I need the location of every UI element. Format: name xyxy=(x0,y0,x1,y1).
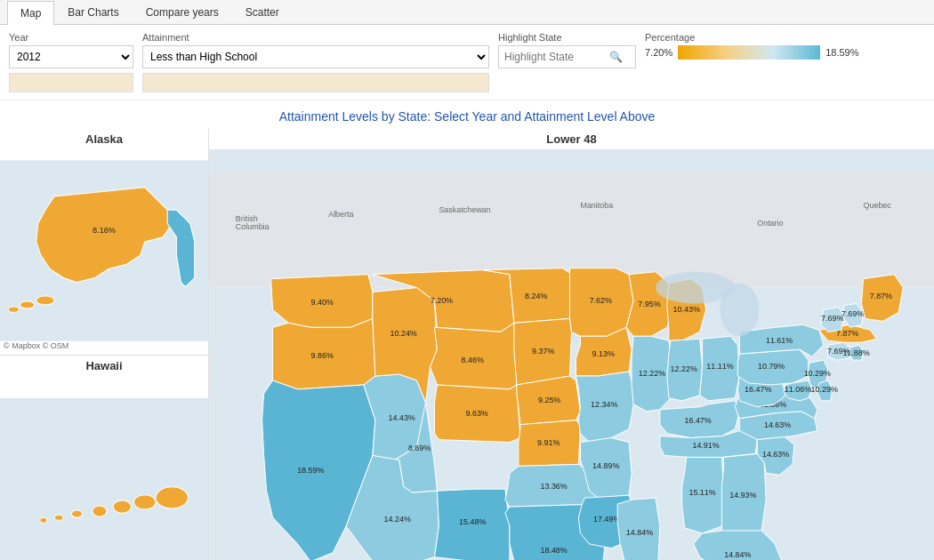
svg-text:9.37%: 9.37% xyxy=(532,347,554,356)
svg-text:7.20%: 7.20% xyxy=(431,297,453,306)
svg-text:14.84%: 14.84% xyxy=(724,550,751,559)
svg-text:7.87%: 7.87% xyxy=(870,292,892,300)
year-select[interactable]: 2012 2011 2010 xyxy=(9,45,133,68)
attainment-select[interactable]: Less than High School High School Some C… xyxy=(142,45,489,68)
svg-text:12.22%: 12.22% xyxy=(639,369,665,378)
svg-text:10.29%: 10.29% xyxy=(804,369,831,378)
percentage-bar-wrap: 7.20% 18.59% xyxy=(645,45,859,60)
alaska-map: 8.16% xyxy=(0,149,208,352)
gradient-bar xyxy=(678,45,820,60)
svg-text:10.29%: 10.29% xyxy=(811,385,838,394)
svg-text:7.95%: 7.95% xyxy=(638,300,660,308)
tab-compare-years[interactable]: Compare years xyxy=(133,0,232,24)
svg-text:7.69%: 7.69% xyxy=(821,314,843,323)
svg-point-2 xyxy=(20,301,34,308)
svg-text:10.43%: 10.43% xyxy=(673,305,700,314)
svg-point-1 xyxy=(36,296,54,305)
controls-bar: Year 2012 2011 2010 Attainment Less than… xyxy=(0,25,934,100)
svg-text:9.40%: 9.40% xyxy=(311,298,334,307)
lower48-label: Lower 48 xyxy=(209,129,934,149)
pct-min: 7.20% xyxy=(645,47,672,58)
main-map-canvas: British Columbia Alberta Saskatchewan Ma… xyxy=(209,149,934,560)
hawaii-map xyxy=(0,376,208,560)
svg-text:14.93%: 14.93% xyxy=(729,491,756,500)
svg-text:14.63%: 14.63% xyxy=(764,420,791,429)
svg-point-10 xyxy=(54,515,63,520)
svg-text:Quebec: Quebec xyxy=(863,201,891,210)
svg-text:Manitoba: Manitoba xyxy=(580,201,613,210)
svg-text:9.25%: 9.25% xyxy=(538,396,560,404)
svg-text:17.49%: 17.49% xyxy=(593,515,620,524)
alaska-label: Alaska xyxy=(0,129,208,149)
svg-text:14.43%: 14.43% xyxy=(389,413,415,422)
tab-bar: Map Bar Charts Compare years Scatter xyxy=(0,0,934,25)
tab-bar-charts[interactable]: Bar Charts xyxy=(54,0,132,24)
svg-text:Alberta: Alberta xyxy=(328,210,353,219)
svg-text:12.34%: 12.34% xyxy=(591,400,617,409)
svg-text:11.88%: 11.88% xyxy=(842,348,869,357)
svg-text:18.59%: 18.59% xyxy=(297,466,324,475)
svg-text:7.62%: 7.62% xyxy=(590,297,612,306)
svg-text:9.13%: 9.13% xyxy=(592,349,615,358)
highlight-input-wrap[interactable]: 🔍 xyxy=(498,45,636,68)
year-control: Year 2012 2011 2010 xyxy=(9,32,133,92)
alaska-credit: © Mapbox © OSM xyxy=(4,341,68,350)
percentage-control: Percentage 7.20% 18.59% xyxy=(645,32,859,60)
svg-text:7.69%: 7.69% xyxy=(841,309,864,318)
main-map-svg: British Columbia Alberta Saskatchewan Ma… xyxy=(209,149,934,560)
svg-text:14.84%: 14.84% xyxy=(626,528,653,537)
tab-scatter[interactable]: Scatter xyxy=(232,0,293,24)
svg-text:Ontario: Ontario xyxy=(757,219,783,228)
svg-text:11.61%: 11.61% xyxy=(766,336,793,345)
svg-text:8.24%: 8.24% xyxy=(525,292,547,300)
svg-rect-4 xyxy=(0,398,208,560)
svg-point-5 xyxy=(156,487,189,508)
svg-point-7 xyxy=(113,500,131,513)
svg-point-3 xyxy=(8,307,19,312)
svg-point-9 xyxy=(71,510,82,517)
svg-text:14.89%: 14.89% xyxy=(592,461,619,470)
right-panel: Lower 48 British Columbia Alberta Saskat… xyxy=(209,129,934,560)
svg-point-11 xyxy=(40,517,47,523)
hawaii-label: Hawaii xyxy=(0,356,208,376)
hawaii-section: Hawaii xyxy=(0,356,208,560)
svg-text:13.36%: 13.36% xyxy=(540,482,567,491)
svg-text:9.63%: 9.63% xyxy=(465,409,487,418)
svg-point-8 xyxy=(93,506,107,516)
year-label: Year xyxy=(9,32,133,43)
highlight-input[interactable] xyxy=(499,49,606,65)
svg-text:8.69%: 8.69% xyxy=(408,444,431,452)
svg-text:11.11%: 11.11% xyxy=(706,362,733,371)
svg-text:9.86%: 9.86% xyxy=(311,351,334,360)
tab-map[interactable]: Map xyxy=(7,1,54,25)
svg-text:15.11%: 15.11% xyxy=(688,488,715,497)
svg-text:14.24%: 14.24% xyxy=(384,515,411,524)
svg-text:16.47%: 16.47% xyxy=(684,416,711,425)
percentage-label: Percentage xyxy=(645,32,859,43)
svg-text:15.48%: 15.48% xyxy=(459,517,486,526)
svg-text:11.06%: 11.06% xyxy=(785,385,811,394)
svg-point-6 xyxy=(134,495,156,509)
svg-text:12.22%: 12.22% xyxy=(671,364,697,373)
highlight-control: Highlight State 🔍 xyxy=(498,32,636,68)
pct-max: 18.59% xyxy=(825,47,858,58)
alaska-pct: 8.16% xyxy=(93,226,116,235)
left-panel: Alaska 8.16% © Mapbox © OSM xyxy=(0,129,209,560)
svg-point-70 xyxy=(720,284,759,337)
svg-text:10.79%: 10.79% xyxy=(758,362,785,371)
search-icon: 🔍 xyxy=(606,49,626,65)
alaska-section: Alaska 8.16% © Mapbox © OSM xyxy=(0,129,208,356)
svg-text:10.24%: 10.24% xyxy=(391,329,417,338)
svg-text:8.46%: 8.46% xyxy=(462,356,484,364)
svg-text:Columbia: Columbia xyxy=(236,222,270,231)
attainment-label: Attainment xyxy=(142,32,489,43)
map-layout: Alaska 8.16% © Mapbox © OSM xyxy=(0,129,934,560)
map-title: Attainment Levels by State: Select Year … xyxy=(0,100,934,129)
svg-text:14.91%: 14.91% xyxy=(692,442,719,451)
svg-text:18.48%: 18.48% xyxy=(540,546,567,555)
svg-text:9.91%: 9.91% xyxy=(537,438,560,447)
svg-text:16.47%: 16.47% xyxy=(745,385,771,394)
attainment-control: Attainment Less than High School High Sc… xyxy=(142,32,489,92)
highlight-label: Highlight State xyxy=(498,32,636,43)
svg-text:14.63%: 14.63% xyxy=(762,450,789,459)
